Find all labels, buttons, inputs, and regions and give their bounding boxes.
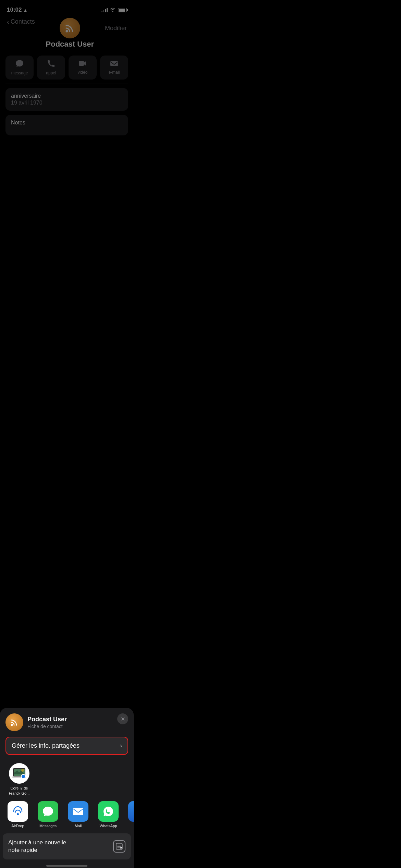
dim-overlay — [0, 0, 134, 289]
